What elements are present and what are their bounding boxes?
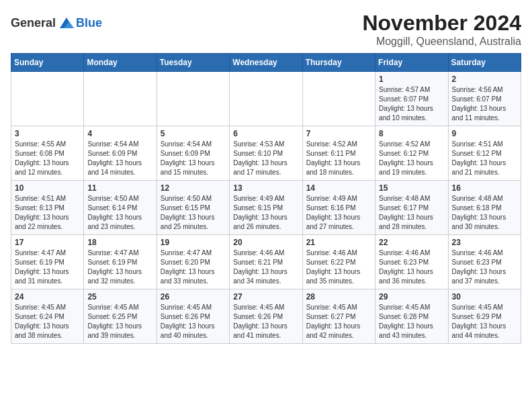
logo: General Blue xyxy=(11,13,102,32)
weekday-header-tuesday: Tuesday xyxy=(157,54,229,72)
day-info: Sunrise: 4:45 AM Sunset: 6:26 PM Dayligh… xyxy=(233,303,298,340)
day-number: 9 xyxy=(452,129,517,138)
day-info: Sunrise: 4:50 AM Sunset: 6:15 PM Dayligh… xyxy=(161,194,226,232)
day-info: Sunrise: 4:45 AM Sunset: 6:25 PM Dayligh… xyxy=(87,303,152,340)
day-info: Sunrise: 4:47 AM Sunset: 6:19 PM Dayligh… xyxy=(87,248,152,286)
calendar-cell: 14Sunrise: 4:49 AM Sunset: 6:16 PM Dayli… xyxy=(302,181,375,235)
calendar-cell: 11Sunrise: 4:50 AM Sunset: 6:14 PM Dayli… xyxy=(84,181,157,235)
calendar-cell: 19Sunrise: 4:47 AM Sunset: 6:20 PM Dayli… xyxy=(157,235,229,289)
logo-blue: Blue xyxy=(76,16,102,30)
day-number: 11 xyxy=(87,183,152,193)
calendar-cell: 17Sunrise: 4:47 AM Sunset: 6:19 PM Dayli… xyxy=(11,235,84,289)
week-row-2: 3Sunrise: 4:55 AM Sunset: 6:08 PM Daylig… xyxy=(11,126,521,181)
calendar-cell: 22Sunrise: 4:46 AM Sunset: 6:23 PM Dayli… xyxy=(375,235,448,289)
day-info: Sunrise: 4:55 AM Sunset: 6:08 PM Dayligh… xyxy=(15,140,80,177)
weekday-header-monday: Monday xyxy=(84,54,157,72)
day-number: 23 xyxy=(452,238,517,247)
title-area: November 2024 Moggill, Queensland, Austr… xyxy=(362,11,521,48)
calendar-cell: 27Sunrise: 4:45 AM Sunset: 6:26 PM Dayli… xyxy=(230,289,302,344)
day-info: Sunrise: 4:57 AM Sunset: 6:07 PM Dayligh… xyxy=(379,85,444,123)
week-row-3: 10Sunrise: 4:51 AM Sunset: 6:13 PM Dayli… xyxy=(11,181,521,235)
day-number: 28 xyxy=(306,292,371,302)
header: General Blue November 2024 Moggill, Quee… xyxy=(11,11,521,48)
day-info: Sunrise: 4:52 AM Sunset: 6:12 PM Dayligh… xyxy=(379,140,444,177)
calendar-cell: 5Sunrise: 4:54 AM Sunset: 6:09 PM Daylig… xyxy=(157,126,229,181)
calendar-cell xyxy=(11,72,84,126)
calendar-cell: 28Sunrise: 4:45 AM Sunset: 6:27 PM Dayli… xyxy=(302,289,375,344)
day-info: Sunrise: 4:48 AM Sunset: 6:18 PM Dayligh… xyxy=(452,194,517,232)
calendar-cell xyxy=(302,72,375,126)
day-number: 30 xyxy=(452,292,517,302)
day-number: 24 xyxy=(15,292,80,302)
day-number: 27 xyxy=(233,292,298,302)
weekday-header-sunday: Sunday xyxy=(11,54,84,72)
calendar-cell: 1Sunrise: 4:57 AM Sunset: 6:07 PM Daylig… xyxy=(375,72,448,126)
day-number: 7 xyxy=(306,129,371,138)
day-number: 17 xyxy=(15,238,80,247)
calendar-cell: 3Sunrise: 4:55 AM Sunset: 6:08 PM Daylig… xyxy=(11,126,84,181)
calendar-cell: 10Sunrise: 4:51 AM Sunset: 6:13 PM Dayli… xyxy=(11,181,84,235)
day-number: 10 xyxy=(15,183,80,193)
day-info: Sunrise: 4:51 AM Sunset: 6:12 PM Dayligh… xyxy=(452,140,517,177)
day-number: 29 xyxy=(379,292,444,302)
weekday-header-saturday: Saturday xyxy=(448,54,521,72)
weekday-header-friday: Friday xyxy=(375,54,448,72)
weekday-header-wednesday: Wednesday xyxy=(230,54,302,72)
day-number: 6 xyxy=(233,129,298,138)
day-info: Sunrise: 4:54 AM Sunset: 6:09 PM Dayligh… xyxy=(161,140,226,177)
calendar-cell: 2Sunrise: 4:56 AM Sunset: 6:07 PM Daylig… xyxy=(448,72,521,126)
day-info: Sunrise: 4:46 AM Sunset: 6:22 PM Dayligh… xyxy=(306,248,371,286)
day-number: 21 xyxy=(306,238,371,247)
calendar-cell xyxy=(230,72,302,126)
calendar-cell: 29Sunrise: 4:45 AM Sunset: 6:28 PM Dayli… xyxy=(375,289,448,344)
calendar-cell: 16Sunrise: 4:48 AM Sunset: 6:18 PM Dayli… xyxy=(448,181,521,235)
calendar-cell: 7Sunrise: 4:52 AM Sunset: 6:11 PM Daylig… xyxy=(302,126,375,181)
day-number: 19 xyxy=(161,238,226,247)
week-row-1: 1Sunrise: 4:57 AM Sunset: 6:07 PM Daylig… xyxy=(11,72,521,126)
day-number: 2 xyxy=(452,75,517,84)
calendar-cell: 9Sunrise: 4:51 AM Sunset: 6:12 PM Daylig… xyxy=(448,126,521,181)
day-number: 25 xyxy=(87,292,152,302)
calendar-cell: 6Sunrise: 4:53 AM Sunset: 6:10 PM Daylig… xyxy=(230,126,302,181)
logo-icon xyxy=(57,13,76,32)
day-number: 16 xyxy=(452,183,517,193)
day-number: 20 xyxy=(233,238,298,247)
day-info: Sunrise: 4:50 AM Sunset: 6:14 PM Dayligh… xyxy=(87,194,152,232)
location-subtitle: Moggill, Queensland, Australia xyxy=(362,36,521,48)
day-number: 14 xyxy=(306,183,371,193)
day-info: Sunrise: 4:46 AM Sunset: 6:23 PM Dayligh… xyxy=(452,248,517,286)
day-info: Sunrise: 4:51 AM Sunset: 6:13 PM Dayligh… xyxy=(15,194,80,232)
week-row-4: 17Sunrise: 4:47 AM Sunset: 6:19 PM Dayli… xyxy=(11,235,521,289)
logo-general: General xyxy=(11,16,56,30)
day-number: 4 xyxy=(87,129,152,138)
calendar-cell: 26Sunrise: 4:45 AM Sunset: 6:26 PM Dayli… xyxy=(157,289,229,344)
day-number: 15 xyxy=(379,183,444,193)
calendar-cell: 13Sunrise: 4:49 AM Sunset: 6:15 PM Dayli… xyxy=(230,181,302,235)
calendar-cell: 24Sunrise: 4:45 AM Sunset: 6:24 PM Dayli… xyxy=(11,289,84,344)
day-info: Sunrise: 4:52 AM Sunset: 6:11 PM Dayligh… xyxy=(306,140,371,177)
day-info: Sunrise: 4:49 AM Sunset: 6:15 PM Dayligh… xyxy=(233,194,298,232)
day-info: Sunrise: 4:47 AM Sunset: 6:20 PM Dayligh… xyxy=(161,248,226,286)
calendar-cell: 8Sunrise: 4:52 AM Sunset: 6:12 PM Daylig… xyxy=(375,126,448,181)
day-info: Sunrise: 4:56 AM Sunset: 6:07 PM Dayligh… xyxy=(452,85,517,123)
day-number: 18 xyxy=(87,238,152,247)
day-number: 22 xyxy=(379,238,444,247)
day-info: Sunrise: 4:45 AM Sunset: 6:27 PM Dayligh… xyxy=(306,303,371,340)
week-row-5: 24Sunrise: 4:45 AM Sunset: 6:24 PM Dayli… xyxy=(11,289,521,344)
calendar-cell: 20Sunrise: 4:46 AM Sunset: 6:21 PM Dayli… xyxy=(230,235,302,289)
calendar-cell: 23Sunrise: 4:46 AM Sunset: 6:23 PM Dayli… xyxy=(448,235,521,289)
day-info: Sunrise: 4:46 AM Sunset: 6:21 PM Dayligh… xyxy=(233,248,298,286)
day-info: Sunrise: 4:45 AM Sunset: 6:24 PM Dayligh… xyxy=(15,303,80,340)
day-info: Sunrise: 4:45 AM Sunset: 6:28 PM Dayligh… xyxy=(379,303,444,340)
day-number: 8 xyxy=(379,129,444,138)
day-info: Sunrise: 4:49 AM Sunset: 6:16 PM Dayligh… xyxy=(306,194,371,232)
day-number: 13 xyxy=(233,183,298,193)
day-info: Sunrise: 4:45 AM Sunset: 6:26 PM Dayligh… xyxy=(161,303,226,340)
calendar-cell xyxy=(157,72,229,126)
weekday-header-row: SundayMondayTuesdayWednesdayThursdayFrid… xyxy=(11,54,521,72)
weekday-header-thursday: Thursday xyxy=(302,54,375,72)
calendar-cell: 21Sunrise: 4:46 AM Sunset: 6:22 PM Dayli… xyxy=(302,235,375,289)
day-info: Sunrise: 4:45 AM Sunset: 6:29 PM Dayligh… xyxy=(452,303,517,340)
calendar-cell: 12Sunrise: 4:50 AM Sunset: 6:15 PM Dayli… xyxy=(157,181,229,235)
calendar-table: SundayMondayTuesdayWednesdayThursdayFrid… xyxy=(11,53,521,344)
